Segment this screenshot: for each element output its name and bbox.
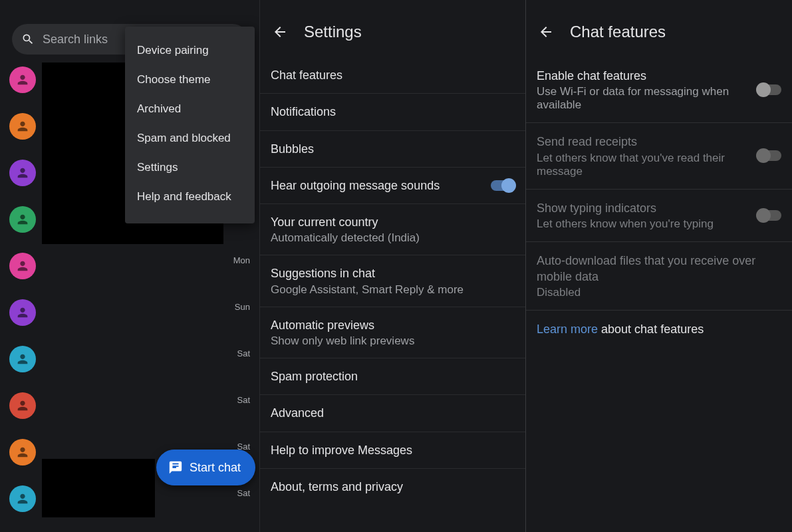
back-button[interactable] [537,23,555,41]
settings-row-bubbles[interactable]: Bubbles [260,131,525,168]
row-subtitle: Let others know that you've read their m… [537,152,757,178]
avatar[interactable] [9,113,36,140]
conversations-panel: MonSunSatSatSatSat Device pairingChoose … [0,0,260,532]
row-subtitle: Use Wi-Fi or data for messaging when ava… [537,85,757,112]
menu-item-help-and-feedback[interactable]: Help and feedback [125,182,255,211]
settings-row-notifications[interactable]: Notifications [260,94,525,130]
timestamp: Sat [237,348,250,358]
settings-row-about-terms-and-privacy[interactable]: About, terms and privacy [260,469,525,505]
settings-row-advanced[interactable]: Advanced [260,395,525,432]
row-title: Send read receipts [537,134,757,150]
menu-item-choose-theme[interactable]: Choose theme [125,65,255,94]
row-title: Automatic previews [271,317,515,333]
toggle[interactable] [491,180,515,191]
row-title: Suggestions in chat [271,265,515,281]
avatar[interactable] [9,299,36,326]
avatar[interactable] [9,485,36,512]
search-icon [21,33,35,46]
settings-row-automatic-previews[interactable]: Automatic previewsShow only web link pre… [260,307,525,358]
timestamp: Sat [237,488,250,498]
toggle [757,210,781,221]
chat-features-header: Chat features [526,0,792,57]
avatar[interactable] [9,439,36,466]
avatar[interactable] [9,66,36,93]
chat-feature-row-auto-download-files-that-you-receive-over-mobile-data: Auto-download files that you receive ove… [526,242,792,311]
settings-row-suggestions-in-chat[interactable]: Suggestions in chatGoogle Assistant, Sma… [260,255,525,307]
row-title: Auto-download files that you receive ove… [537,253,781,285]
page-title: Settings [304,23,362,41]
settings-header: Settings [260,0,525,57]
settings-row-spam-protection[interactable]: Spam protection [260,358,525,395]
settings-row-chat-features[interactable]: Chat features [260,57,525,94]
row-subtitle: Automatically detected (India) [271,231,515,245]
back-button[interactable] [271,23,289,41]
settings-row-help-to-improve-messages[interactable]: Help to improve Messages [260,432,525,469]
row-subtitle: Disabled [537,286,781,299]
settings-row-hear-outgoing-message-sounds[interactable]: Hear outgoing message sounds [260,168,525,204]
menu-item-settings[interactable]: Settings [125,153,255,182]
conversation-avatars [9,66,36,512]
chat-feature-row-enable-chat-features[interactable]: Enable chat featuresUse Wi-Fi or data fo… [526,57,792,123]
menu-item-device-pairing[interactable]: Device pairing [125,36,255,65]
arrow-back-icon [538,24,554,40]
row-title: Chat features [271,67,515,83]
row-subtitle: Google Assistant, Smart Reply & more [271,283,515,297]
settings-panel: Settings Chat featuresNotificationsBubbl… [260,0,526,532]
fab-label: Start chat [190,461,241,475]
row-title: Your current country [271,214,515,230]
toggle [757,150,781,161]
row-subtitle: Let others know when you're typing [537,217,757,231]
avatar[interactable] [9,346,36,372]
row-title: Enable chat features [537,68,757,84]
avatar[interactable] [9,206,36,233]
row-title: About, terms and privacy [271,479,515,495]
row-title: Notifications [271,104,515,120]
page-title: Chat features [570,23,666,41]
avatar[interactable] [9,253,36,279]
redacted-content [42,459,155,517]
learn-more-row: Learn more about chat features [526,311,792,348]
timestamp: Mon [233,255,250,265]
redacted-content [42,63,128,202]
learn-more-text: about chat features [598,323,704,336]
overflow-menu: Device pairingChoose themeArchivedSpam a… [125,27,255,223]
avatar[interactable] [9,392,36,419]
menu-item-spam-and-blocked[interactable]: Spam and blocked [125,124,255,153]
avatar[interactable] [9,160,36,186]
timestamp: Sun [235,302,250,312]
chat-feature-row-show-typing-indicators: Show typing indicatorsLet others know wh… [526,190,792,242]
row-subtitle: Show only web link previews [271,334,515,348]
settings-row-your-current-country[interactable]: Your current countryAutomatically detect… [260,204,525,255]
menu-item-archived[interactable]: Archived [125,94,255,124]
row-title: Advanced [271,405,515,421]
timestamp: Sat [237,395,250,405]
row-title: Help to improve Messages [271,442,515,458]
chat-icon [168,460,183,475]
learn-more-link[interactable]: Learn more [537,323,598,336]
start-chat-button[interactable]: Start chat [156,450,255,485]
row-title: Hear outgoing message sounds [271,178,491,194]
toggle[interactable] [757,84,781,95]
chat-feature-row-send-read-receipts: Send read receiptsLet others know that y… [526,123,792,189]
arrow-back-icon [272,24,288,40]
chat-features-panel: Chat features Enable chat featuresUse Wi… [526,0,792,532]
row-title: Spam protection [271,368,515,384]
row-title: Bubbles [271,141,515,157]
row-title: Show typing indicators [537,200,757,216]
